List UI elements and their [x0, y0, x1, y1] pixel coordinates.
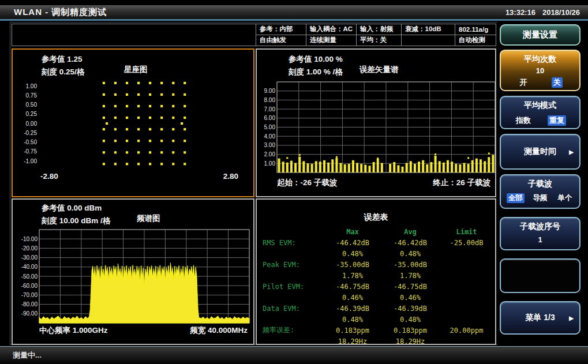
table-row: 18.29Hz 18.29Hz [260, 336, 494, 347]
measure-time-label: 测量时间 [524, 147, 556, 157]
row-label-freq-error: 频率误差: [260, 325, 324, 335]
svg-text:-20.00: -20.00 [21, 245, 38, 252]
cell-value: -46.75dB [324, 283, 381, 291]
constellation-ref-label: 参考值 1.25 [42, 54, 83, 65]
svg-text:1.00: 1.00 [26, 83, 38, 89]
evm-title: 误差矢量谱 [359, 65, 399, 75]
svg-text:-90.00: -90.00 [21, 310, 38, 317]
repeat-option[interactable]: 重复 [548, 115, 566, 126]
exponential-option[interactable]: 指数 [514, 115, 533, 126]
table-row: 0.48% 0.48% [260, 248, 494, 259]
constellation-x-min: -2.80 [40, 172, 58, 181]
average-count-button[interactable]: 平均次数 10 开 关 [500, 50, 580, 91]
table-row: 频率误差: 0.183ppm 0.183ppm 20.00ppm [260, 325, 494, 336]
instrument-screen: WLAN - 调制精度测试 13:32:162018/10/26 参考：内部 输… [0, 0, 588, 364]
cell-value: 0.183ppm [381, 327, 439, 335]
table-row: RMS EVM: -46.42dB -46.42dB -25.00dB [260, 237, 494, 248]
svg-text:0.00: 0.00 [26, 121, 38, 127]
average-count-value: 10 [501, 66, 579, 75]
evm-spectrum-panel[interactable]: 9.008.007.006.005.004.003.002.001.00 参考值… [256, 48, 496, 197]
cell-value: -46.75dB [381, 283, 439, 291]
time-text: 13:32:16 [505, 8, 535, 17]
table-row: 0.48% 0.48% [260, 314, 494, 325]
svg-text:-1.00: -1.00 [24, 158, 37, 164]
measure-settings-label: 测量设置 [523, 29, 557, 40]
error-table-panel[interactable]: 误差表 Max Avg Limit RMS EVM: -46.42dB -46.… [256, 198, 496, 345]
subcarrier-index-button[interactable]: 子载波序号 1 [500, 217, 580, 250]
spectrum-scale-label: 刻度 10.00 dBm /格 [42, 216, 110, 226]
svg-text:0.75: 0.75 [26, 92, 38, 99]
svg-text:-0.50: -0.50 [24, 139, 37, 145]
setting-attenuation: 衰减：10dB [402, 24, 455, 35]
setting-detect: 自动检测 [455, 35, 496, 46]
cell-value: -46.39dB [381, 305, 439, 313]
svg-text:5.00: 5.00 [264, 124, 276, 130]
constellation-x-max: 2.80 [223, 172, 238, 181]
svg-text:-60.00: -60.00 [21, 283, 38, 289]
table-row: Pilot EVM: -46.75dB -46.75dB [260, 281, 494, 292]
menu-page-button[interactable]: 菜单 1/3 ▶ [500, 301, 580, 335]
table-row: Data EVM: -46.39dB -46.39dB [260, 303, 494, 314]
average-on-option[interactable]: 开 [518, 77, 529, 88]
cell-value: 0.48% [381, 316, 439, 324]
svg-text:4.00: 4.00 [264, 133, 276, 140]
cell-value: 20.00ppm [439, 327, 494, 335]
error-table-header-row: Max Avg Limit [260, 226, 494, 237]
svg-text:-80.00: -80.00 [21, 301, 38, 307]
status-bar: 测量中... [0, 346, 588, 364]
subcarrier-index-value: 1 [501, 235, 579, 244]
svg-text:-30.00: -30.00 [21, 254, 38, 261]
spectrum-panel[interactable]: -10.00-20.00-30.00-40.00-50.00-60.00-70.… [12, 198, 254, 345]
subcarrier-title: 子载波 [501, 175, 579, 189]
error-table-header-limit: Limit [439, 228, 494, 236]
svg-text:-50.00: -50.00 [21, 273, 38, 280]
svg-text:6.00: 6.00 [264, 115, 276, 121]
measure-time-button[interactable]: 测量时间 ▶ [500, 134, 580, 170]
setting-standard: 802.11a/g [455, 24, 496, 35]
evm-ref-label: 参考值 10.00 % [289, 54, 343, 65]
subcarrier-pilot-option[interactable]: 导频 [531, 193, 549, 203]
subcarrier-all-option[interactable]: 全部 [507, 193, 525, 203]
svg-text:8.00: 8.00 [264, 97, 276, 103]
subcarrier-single-option[interactable]: 单个 [556, 193, 574, 203]
table-row: 0.46% 0.46% [260, 292, 494, 303]
svg-text:2.00: 2.00 [264, 151, 276, 157]
average-mode-button[interactable]: 平均模式 指数 重复 [500, 96, 580, 129]
average-off-option[interactable]: 关 [552, 77, 563, 88]
cell-value: 0.48% [324, 250, 381, 258]
spectrum-ref-label: 参考值 0.00 dBm [42, 203, 102, 213]
cell-value: 0.183ppm [324, 327, 381, 335]
table-row: Peak EVM: -35.00dB -35.00dB [260, 259, 494, 270]
clock: 13:32:162018/10/26 [499, 8, 580, 17]
menu-page-label: 菜单 1/3 [525, 313, 555, 323]
error-table-title: 误差表 [257, 212, 495, 223]
row-label-pilot-evm: Pilot EVM: [260, 283, 324, 291]
cell-value: -46.42dB [324, 239, 381, 247]
cell-value: -25.00dB [439, 239, 494, 247]
svg-text:-0.25: -0.25 [24, 130, 37, 136]
svg-text:3.00: 3.00 [264, 142, 276, 148]
page-title: WLAN - 调制精度测试 [14, 7, 107, 18]
date-text: 2018/10/26 [542, 8, 580, 17]
measure-settings-button[interactable]: 测量设置 [500, 24, 580, 46]
svg-text:-40.00: -40.00 [21, 264, 38, 270]
table-row: 1.78% 1.78% [260, 270, 494, 281]
status-text: 测量中... [13, 350, 42, 361]
row-label-peak-evm: Peak EVM: [260, 261, 324, 269]
cell-value: 18.29Hz [381, 337, 439, 346]
error-table: Max Avg Limit RMS EVM: -46.42dB -46.42dB… [260, 226, 494, 347]
row-label-rms-evm: RMS EVM: [260, 239, 324, 247]
subcarrier-button[interactable]: 子载波 全部 导频 单个 [500, 174, 580, 209]
subcarrier-index-title: 子载波序号 [501, 218, 579, 232]
cell-value: -46.39dB [324, 305, 381, 313]
cell-value: -35.00dB [324, 261, 381, 269]
constellation-panel[interactable]: 1.000.750.500.250.00-0.25-0.50-0.75-1.00… [12, 48, 254, 197]
average-count-title: 平均次数 [501, 51, 579, 65]
blank-softkey [500, 258, 580, 293]
error-table-header-max: Max [324, 228, 381, 236]
cell-value: 18.29Hz [324, 337, 381, 346]
svg-text:0.25: 0.25 [26, 111, 38, 117]
title-bar: WLAN - 调制精度测试 13:32:162018/10/26 [0, 5, 588, 21]
settings-grid: 参考：内部 输入耦合：AC 输入：射频 衰减：10dB 802.11a/g 自由… [256, 24, 496, 46]
cell-value: -35.00dB [381, 261, 439, 269]
